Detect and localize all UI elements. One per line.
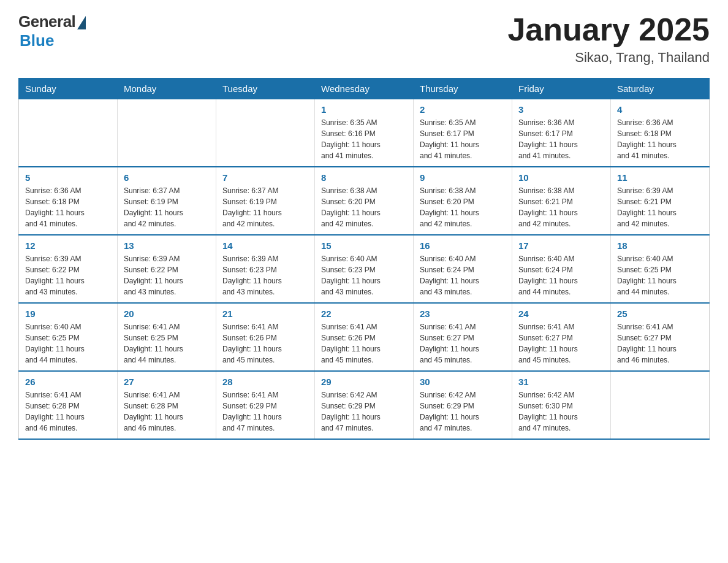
- day-number: 22: [321, 308, 407, 319]
- calendar-week-row: 19Sunrise: 6:40 AM Sunset: 6:25 PM Dayli…: [19, 303, 710, 371]
- calendar-header-wednesday: Wednesday: [315, 79, 414, 99]
- calendar-cell: 19Sunrise: 6:40 AM Sunset: 6:25 PM Dayli…: [19, 303, 118, 371]
- day-number: 1: [321, 104, 407, 115]
- calendar-cell: 1Sunrise: 6:35 AM Sunset: 6:16 PM Daylig…: [315, 99, 414, 167]
- day-number: 7: [222, 172, 308, 183]
- day-info: Sunrise: 6:41 AM Sunset: 6:26 PM Dayligh…: [222, 321, 308, 366]
- calendar-cell: 2Sunrise: 6:35 AM Sunset: 6:17 PM Daylig…: [414, 99, 512, 167]
- day-info: Sunrise: 6:37 AM Sunset: 6:19 PM Dayligh…: [222, 185, 308, 229]
- day-number: 23: [420, 308, 506, 319]
- day-info: Sunrise: 6:36 AM Sunset: 6:18 PM Dayligh…: [617, 117, 703, 161]
- calendar-header-row: SundayMondayTuesdayWednesdayThursdayFrid…: [19, 79, 710, 99]
- day-number: 13: [124, 240, 210, 251]
- day-info: Sunrise: 6:40 AM Sunset: 6:24 PM Dayligh…: [420, 253, 506, 297]
- logo: General Blue: [18, 12, 86, 50]
- day-info: Sunrise: 6:41 AM Sunset: 6:27 PM Dayligh…: [518, 321, 604, 366]
- day-number: 25: [617, 308, 703, 319]
- day-number: 19: [25, 308, 111, 319]
- day-number: 11: [617, 172, 703, 183]
- calendar-cell: 17Sunrise: 6:40 AM Sunset: 6:24 PM Dayli…: [512, 235, 611, 303]
- day-number: 9: [420, 172, 506, 183]
- logo-blue-text: Blue: [20, 31, 54, 50]
- day-number: 29: [321, 377, 407, 387]
- day-info: Sunrise: 6:41 AM Sunset: 6:25 PM Dayligh…: [124, 321, 210, 366]
- day-info: Sunrise: 6:37 AM Sunset: 6:19 PM Dayligh…: [124, 185, 210, 229]
- calendar-cell: 3Sunrise: 6:36 AM Sunset: 6:17 PM Daylig…: [512, 99, 611, 167]
- day-info: Sunrise: 6:35 AM Sunset: 6:16 PM Dayligh…: [321, 117, 407, 161]
- day-info: Sunrise: 6:41 AM Sunset: 6:28 PM Dayligh…: [124, 389, 210, 434]
- calendar-cell: 23Sunrise: 6:41 AM Sunset: 6:27 PM Dayli…: [414, 303, 512, 371]
- calendar-cell: 8Sunrise: 6:38 AM Sunset: 6:20 PM Daylig…: [315, 167, 414, 235]
- day-number: 24: [518, 308, 604, 319]
- calendar-cell: 31Sunrise: 6:42 AM Sunset: 6:30 PM Dayli…: [512, 371, 611, 439]
- day-info: Sunrise: 6:39 AM Sunset: 6:21 PM Dayligh…: [617, 185, 703, 229]
- calendar-cell: 13Sunrise: 6:39 AM Sunset: 6:22 PM Dayli…: [118, 235, 216, 303]
- day-number: 20: [124, 308, 210, 319]
- calendar-header-thursday: Thursday: [414, 79, 512, 99]
- calendar-week-row: 12Sunrise: 6:39 AM Sunset: 6:22 PM Dayli…: [19, 235, 710, 303]
- calendar-cell: 16Sunrise: 6:40 AM Sunset: 6:24 PM Dayli…: [414, 235, 512, 303]
- calendar-header-sunday: Sunday: [19, 79, 118, 99]
- day-info: Sunrise: 6:42 AM Sunset: 6:29 PM Dayligh…: [321, 389, 407, 434]
- calendar-header-monday: Monday: [118, 79, 216, 99]
- day-info: Sunrise: 6:38 AM Sunset: 6:21 PM Dayligh…: [518, 185, 604, 229]
- calendar-cell: 29Sunrise: 6:42 AM Sunset: 6:29 PM Dayli…: [315, 371, 414, 439]
- calendar-cell: 30Sunrise: 6:42 AM Sunset: 6:29 PM Dayli…: [414, 371, 512, 439]
- day-info: Sunrise: 6:39 AM Sunset: 6:23 PM Dayligh…: [222, 253, 308, 297]
- calendar-cell: 5Sunrise: 6:36 AM Sunset: 6:18 PM Daylig…: [19, 167, 118, 235]
- day-number: 28: [222, 377, 308, 387]
- calendar-cell: 4Sunrise: 6:36 AM Sunset: 6:18 PM Daylig…: [611, 99, 710, 167]
- calendar-cell: 26Sunrise: 6:41 AM Sunset: 6:28 PM Dayli…: [19, 371, 118, 439]
- day-number: 8: [321, 172, 407, 183]
- page-header: General Blue January 2025 Sikao, Trang, …: [18, 12, 710, 66]
- day-number: 15: [321, 240, 407, 251]
- day-info: Sunrise: 6:40 AM Sunset: 6:23 PM Dayligh…: [321, 253, 407, 297]
- day-number: 5: [25, 172, 111, 183]
- day-info: Sunrise: 6:40 AM Sunset: 6:25 PM Dayligh…: [617, 253, 703, 297]
- calendar-cell: 10Sunrise: 6:38 AM Sunset: 6:21 PM Dayli…: [512, 167, 611, 235]
- day-info: Sunrise: 6:41 AM Sunset: 6:28 PM Dayligh…: [25, 389, 111, 434]
- day-number: 18: [617, 240, 703, 251]
- calendar-cell: [611, 371, 710, 439]
- day-number: 3: [518, 104, 604, 115]
- calendar-cell: 18Sunrise: 6:40 AM Sunset: 6:25 PM Dayli…: [611, 235, 710, 303]
- day-info: Sunrise: 6:36 AM Sunset: 6:18 PM Dayligh…: [25, 185, 111, 229]
- calendar-header-tuesday: Tuesday: [216, 79, 315, 99]
- calendar-cell: 15Sunrise: 6:40 AM Sunset: 6:23 PM Dayli…: [315, 235, 414, 303]
- day-info: Sunrise: 6:39 AM Sunset: 6:22 PM Dayligh…: [25, 253, 111, 297]
- day-info: Sunrise: 6:41 AM Sunset: 6:26 PM Dayligh…: [321, 321, 407, 366]
- day-info: Sunrise: 6:35 AM Sunset: 6:17 PM Dayligh…: [420, 117, 506, 161]
- day-info: Sunrise: 6:40 AM Sunset: 6:24 PM Dayligh…: [518, 253, 604, 297]
- calendar-header-saturday: Saturday: [611, 79, 710, 99]
- month-year-title: January 2025: [507, 12, 710, 47]
- day-info: Sunrise: 6:38 AM Sunset: 6:20 PM Dayligh…: [321, 185, 407, 229]
- calendar-week-row: 26Sunrise: 6:41 AM Sunset: 6:28 PM Dayli…: [19, 371, 710, 439]
- day-number: 14: [222, 240, 308, 251]
- calendar-cell: 11Sunrise: 6:39 AM Sunset: 6:21 PM Dayli…: [611, 167, 710, 235]
- calendar-week-row: 1Sunrise: 6:35 AM Sunset: 6:16 PM Daylig…: [19, 99, 710, 167]
- calendar-cell: [216, 99, 315, 167]
- calendar-cell: 24Sunrise: 6:41 AM Sunset: 6:27 PM Dayli…: [512, 303, 611, 371]
- calendar-cell: 14Sunrise: 6:39 AM Sunset: 6:23 PM Dayli…: [216, 235, 315, 303]
- day-info: Sunrise: 6:41 AM Sunset: 6:27 PM Dayligh…: [617, 321, 703, 366]
- day-number: 4: [617, 104, 703, 115]
- day-number: 26: [25, 377, 111, 387]
- day-number: 6: [124, 172, 210, 183]
- calendar-cell: 9Sunrise: 6:38 AM Sunset: 6:20 PM Daylig…: [414, 167, 512, 235]
- calendar-header-friday: Friday: [512, 79, 611, 99]
- location-subtitle: Sikao, Trang, Thailand: [507, 50, 710, 66]
- day-number: 10: [518, 172, 604, 183]
- day-number: 21: [222, 308, 308, 319]
- day-info: Sunrise: 6:41 AM Sunset: 6:29 PM Dayligh…: [222, 389, 308, 434]
- day-info: Sunrise: 6:42 AM Sunset: 6:29 PM Dayligh…: [420, 389, 506, 434]
- title-section: January 2025 Sikao, Trang, Thailand: [507, 12, 710, 66]
- calendar-cell: 21Sunrise: 6:41 AM Sunset: 6:26 PM Dayli…: [216, 303, 315, 371]
- calendar-cell: [19, 99, 118, 167]
- day-number: 2: [420, 104, 506, 115]
- calendar-cell: 7Sunrise: 6:37 AM Sunset: 6:19 PM Daylig…: [216, 167, 315, 235]
- calendar-week-row: 5Sunrise: 6:36 AM Sunset: 6:18 PM Daylig…: [19, 167, 710, 235]
- day-number: 31: [518, 377, 604, 387]
- logo-triangle-icon: [77, 16, 86, 29]
- logo-general-text: General: [18, 12, 75, 31]
- day-info: Sunrise: 6:38 AM Sunset: 6:20 PM Dayligh…: [420, 185, 506, 229]
